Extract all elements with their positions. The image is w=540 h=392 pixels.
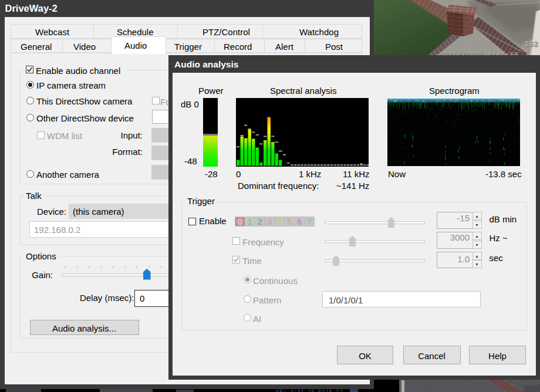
svg-text:162: 162 bbox=[525, 40, 539, 49]
